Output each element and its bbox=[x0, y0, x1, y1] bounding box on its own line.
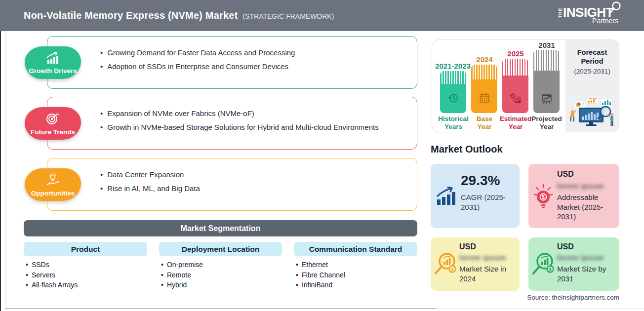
market-size-2031-card: $ USD lorem ipsum Market Size by 2031 bbox=[528, 237, 619, 291]
future-trends-box: Expansion of NVMe over Fabrics (NVMe-oF)… bbox=[47, 97, 417, 150]
bar-stripes bbox=[533, 50, 560, 71]
growth-drivers-box: Growing Demand for Faster Data Access an… bbox=[47, 36, 417, 89]
year-label: 2025 bbox=[491, 49, 540, 58]
gear-monitor-icon: $ bbox=[509, 93, 522, 107]
list-item: Remote bbox=[161, 270, 284, 280]
historical-years-bar bbox=[440, 71, 466, 113]
list-item: InfiniBand bbox=[296, 280, 419, 290]
opportunities-box: Data Center Expansion Rise in AI, ML, an… bbox=[47, 158, 417, 211]
forecast-range: (2025-2031) bbox=[565, 68, 619, 75]
list-item: Adoption of SSDs in Enterprise and Consu… bbox=[100, 60, 407, 74]
market-segmentation-header: Market Segmentation bbox=[24, 220, 417, 236]
cagr-card: 29.3% CAGR (2025-2031) bbox=[431, 164, 520, 228]
communication-list: Ethernet Fibre Channel InfiniBand bbox=[296, 260, 419, 290]
bar-body bbox=[440, 84, 466, 113]
blurred-value: lorem ipsum bbox=[459, 253, 506, 262]
insight-partners-logo: The INSIGHT Partners bbox=[537, 5, 621, 25]
card-label: Market Size in 2024 bbox=[459, 264, 519, 283]
list-item: Data Center Expansion bbox=[100, 168, 407, 182]
list-item: Expansion of NVMe over Fabrics (NVMe-oF) bbox=[100, 107, 407, 120]
card-label: Market Size by 2031 bbox=[557, 264, 616, 283]
deployment-list: On-premise Remote Hybrid bbox=[161, 260, 284, 290]
left-border-line bbox=[5, 31, 5, 309]
svg-text:$: $ bbox=[542, 194, 545, 200]
year-label: 2031 bbox=[522, 41, 571, 49]
currency-label: USD bbox=[557, 242, 574, 251]
bullet-text: Adoption of SSDs in Enterprise and Consu… bbox=[107, 60, 288, 74]
market-outlook-title: Market Outlook bbox=[431, 144, 503, 155]
growth-chart-icon bbox=[45, 51, 60, 66]
bar-growth-arrow-icon bbox=[435, 186, 458, 207]
bullet-text: Rise in AI, ML, and Big Data bbox=[107, 182, 200, 195]
list-item: Ethernet bbox=[296, 260, 419, 270]
list-item: Growing Demand for Faster Data Access an… bbox=[100, 46, 407, 60]
header-bar: Non-Volatile Memory Express (NVMe) Marke… bbox=[0, 0, 644, 31]
addressable-market-card: $ USD lorem ipsum Addressable Market (20… bbox=[528, 164, 619, 228]
blurred-value: lorem ipsum bbox=[557, 182, 604, 190]
svg-text:$: $ bbox=[549, 267, 551, 272]
calendar-icon bbox=[478, 92, 491, 107]
list-item: All-flash Arrays bbox=[26, 280, 149, 290]
future-trends-badge: Future Trends bbox=[25, 107, 81, 140]
dollar-bulb-icon: $ bbox=[531, 183, 555, 213]
list-item: Rise in AI, ML, and Big Data bbox=[100, 182, 407, 195]
bottom-border-line bbox=[5, 308, 436, 309]
currency-label: USD bbox=[557, 170, 574, 179]
title-text: Non-Volatile Memory Express (NVMe) Marke… bbox=[24, 10, 238, 21]
badge-label: Opportunities bbox=[31, 190, 75, 197]
list-item: SSDs bbox=[26, 260, 149, 270]
timeline-chart-card: 2021-2023 2024 2025 2031 bbox=[432, 39, 619, 132]
bullet-text: Growing Demand for Faster Data Access an… bbox=[107, 46, 295, 60]
segment-header-deployment: Deployment Location bbox=[159, 242, 282, 256]
magnifier-icon bbox=[609, 1, 621, 18]
segment-header-product: Product bbox=[24, 242, 147, 256]
market-size-2024-card: $ USD lorem ipsum Market Size in 2024 bbox=[431, 237, 520, 291]
logo-the-text: The bbox=[558, 7, 563, 18]
bar-body bbox=[533, 71, 560, 113]
bullet-text: Growth in NVMe-based Storage Solutions f… bbox=[107, 120, 378, 134]
bullet-text: Expansion of NVMe over Fabrics (NVMe-oF) bbox=[107, 107, 254, 120]
nvme-infographic: Non-Volatile Memory Express (NVMe) Marke… bbox=[0, 0, 644, 311]
bullet-text: Data Center Expansion bbox=[107, 168, 184, 182]
left-edge-line bbox=[0, 31, 1, 311]
estimated-year-bar: $ bbox=[502, 59, 528, 113]
growth-drivers-badge: Growth Drivers bbox=[25, 46, 81, 79]
svg-text:$: $ bbox=[519, 100, 520, 103]
list-item: Servers bbox=[26, 270, 149, 280]
cagr-label: CAGR (2025-2031) bbox=[461, 193, 515, 212]
currency-label: USD bbox=[459, 242, 476, 251]
list-item: Fibre Channel bbox=[296, 270, 419, 280]
list-item: Hybrid bbox=[161, 280, 284, 290]
forecast-label: Forecast bbox=[565, 48, 619, 57]
bar-stripes bbox=[471, 65, 497, 79]
segment-header-communication: Communication Standard bbox=[294, 242, 417, 256]
page-title: Non-Volatile Memory Express (NVMe) Marke… bbox=[24, 10, 334, 21]
product-list: SSDs Servers All-flash Arrays bbox=[26, 260, 149, 290]
forecast-label: Period bbox=[565, 57, 619, 66]
bar-stripes bbox=[502, 59, 528, 76]
bulb-hand-icon bbox=[45, 173, 60, 189]
bar-role-label: ProjectedYear bbox=[526, 115, 567, 131]
bar-body bbox=[471, 79, 497, 113]
card-label: Addressable Market (2025-2031) bbox=[557, 193, 616, 222]
svg-text:$: $ bbox=[451, 267, 453, 272]
base-year-bar bbox=[471, 65, 497, 113]
bottom-border-line-light bbox=[436, 309, 644, 309]
bar-body: $ bbox=[502, 76, 528, 113]
analytics-illustration bbox=[569, 97, 615, 129]
source-text: Source: theinsightpartners.com bbox=[469, 294, 619, 301]
magnifier-chart-icon: $ bbox=[432, 250, 459, 280]
opportunities-badge: Opportunities bbox=[25, 168, 81, 201]
history-clock-icon bbox=[447, 92, 460, 107]
badge-label: Growth Drivers bbox=[29, 67, 77, 75]
presentation-chart-icon bbox=[540, 93, 553, 107]
list-item: Growth in NVMe-based Storage Solutions f… bbox=[100, 120, 407, 134]
list-item: On-premise bbox=[161, 260, 284, 270]
projected-year-bar bbox=[533, 50, 560, 113]
bar-stripes bbox=[440, 71, 466, 84]
cagr-value: 29.3% bbox=[461, 173, 500, 189]
forecast-period-panel: Forecast Period (2025-2031) bbox=[565, 40, 619, 132]
subtitle-text: (STRATEGIC FRAMEWORK) bbox=[243, 12, 334, 20]
target-dart-icon bbox=[45, 112, 60, 127]
blurred-value: lorem ipsum bbox=[557, 253, 604, 262]
